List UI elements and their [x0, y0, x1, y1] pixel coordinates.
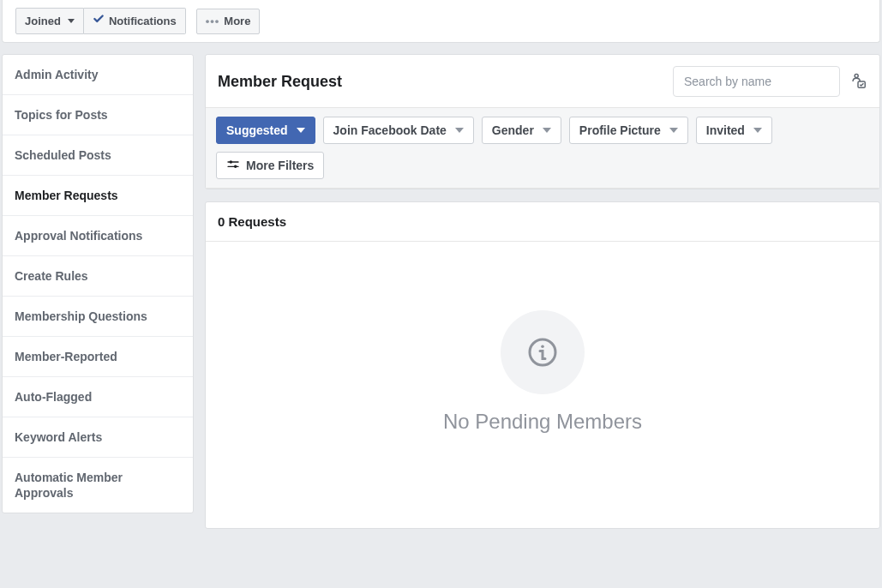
joined-notifications-group: Joined Notifications: [15, 8, 186, 34]
joined-button[interactable]: Joined: [15, 8, 84, 34]
notifications-button[interactable]: Notifications: [84, 8, 186, 34]
sidebar-item-membership-questions[interactable]: Membership Questions: [3, 297, 193, 337]
filter-label: Join Facebook Date: [333, 123, 447, 138]
caret-down-icon: [68, 19, 75, 23]
svg-point-3: [230, 160, 232, 163]
panel-header: Member Request: [206, 55, 879, 108]
caret-down-icon: [455, 128, 464, 133]
sidebar-item-automatic-member-approvals[interactable]: Automatic Member Approvals: [3, 458, 193, 513]
requests-count: 0 Requests: [206, 202, 879, 242]
sidebar-item-label: Member Requests: [15, 189, 118, 202]
sidebar-item-topics-for-posts[interactable]: Topics for Posts: [3, 95, 193, 135]
header-actions: [673, 66, 867, 97]
page-title: Member Request: [218, 73, 342, 91]
sidebar-item-scheduled-posts[interactable]: Scheduled Posts: [3, 135, 193, 176]
filter-more-filters[interactable]: More Filters: [216, 152, 324, 179]
filter-suggested[interactable]: Suggested: [216, 117, 315, 144]
requests-card: 0 Requests No Pending Members: [205, 201, 880, 529]
admin-sidebar: Admin Activity Topics for Posts Schedule…: [2, 54, 194, 513]
joined-label: Joined: [25, 14, 61, 29]
svg-point-5: [234, 165, 237, 168]
svg-point-7: [541, 345, 544, 348]
filter-profile-picture[interactable]: Profile Picture: [569, 117, 688, 144]
sidebar-item-label: Scheduled Posts: [15, 148, 111, 162]
sidebar-item-auto-flagged[interactable]: Auto-Flagged: [3, 377, 193, 417]
sidebar-item-admin-activity[interactable]: Admin Activity: [3, 55, 193, 95]
filter-gender[interactable]: Gender: [482, 117, 561, 144]
sidebar-item-label: Automatic Member Approvals: [15, 471, 123, 500]
info-circle: [501, 310, 585, 394]
sidebar-item-member-reported[interactable]: Member-Reported: [3, 337, 193, 377]
sidebar-item-label: Approval Notifications: [15, 229, 142, 243]
sidebar-item-label: Auto-Flagged: [15, 390, 92, 404]
svg-rect-2: [227, 161, 238, 162]
sidebar-item-create-rules[interactable]: Create Rules: [3, 256, 193, 297]
check-icon: [93, 13, 105, 29]
filter-label: Gender: [492, 123, 534, 138]
sidebar-item-label: Admin Activity: [15, 68, 99, 81]
filter-label: Suggested: [226, 123, 288, 138]
sidebar-item-label: Member-Reported: [15, 350, 117, 363]
caret-down-icon: [543, 128, 551, 133]
dots-icon: •••: [206, 14, 220, 29]
svg-point-0: [855, 75, 858, 78]
caret-down-icon: [669, 128, 678, 133]
member-request-panel: Member Request Suggested: [205, 54, 880, 189]
sidebar-item-member-requests[interactable]: Member Requests: [3, 176, 193, 216]
filter-label: Invited: [706, 123, 745, 138]
more-button[interactable]: ••• More: [196, 9, 261, 34]
search-input[interactable]: [673, 66, 840, 97]
notifications-label: Notifications: [109, 14, 177, 29]
more-label: More: [224, 14, 250, 29]
empty-message: No Pending Members: [443, 410, 642, 434]
info-icon: [527, 337, 558, 368]
sidebar-item-label: Keyword Alerts: [15, 430, 102, 444]
svg-rect-4: [227, 166, 238, 167]
caret-down-icon: [297, 128, 305, 133]
sidebar-item-label: Create Rules: [15, 269, 88, 283]
filter-label: Profile Picture: [579, 123, 661, 138]
sliders-icon: [226, 159, 240, 172]
filter-row: Suggested Join Facebook Date Gender Prof…: [206, 108, 879, 189]
sidebar-item-label: Topics for Posts: [15, 108, 108, 122]
sidebar-item-label: Membership Questions: [15, 309, 147, 323]
caret-down-icon: [753, 128, 762, 133]
sidebar-item-approval-notifications[interactable]: Approval Notifications: [3, 216, 193, 256]
sidebar-item-keyword-alerts[interactable]: Keyword Alerts: [3, 417, 193, 458]
filter-invited[interactable]: Invited: [696, 117, 772, 144]
filter-join-date[interactable]: Join Facebook Date: [323, 117, 474, 144]
filter-label: More Filters: [246, 158, 314, 173]
main-column: Member Request Suggested: [205, 54, 880, 529]
page-wrap: Admin Activity Topics for Posts Schedule…: [0, 43, 882, 529]
top-action-bar: Joined Notifications ••• More: [2, 0, 880, 43]
people-check-icon[interactable]: [849, 72, 867, 91]
empty-state: No Pending Members: [206, 242, 879, 528]
